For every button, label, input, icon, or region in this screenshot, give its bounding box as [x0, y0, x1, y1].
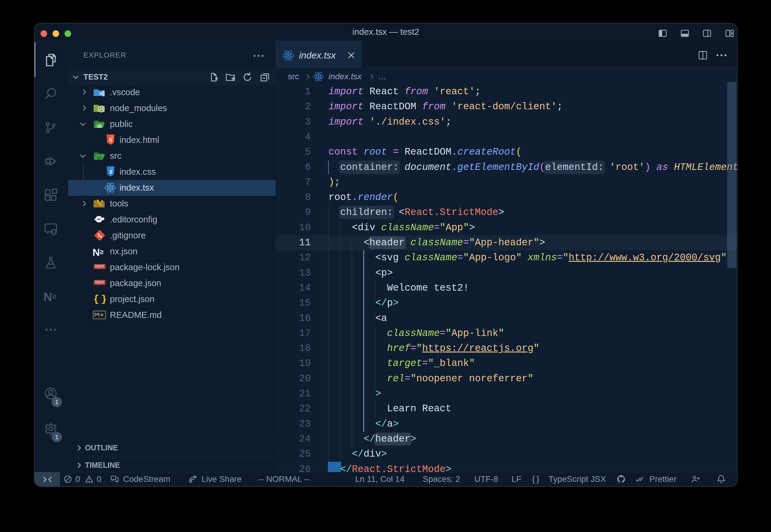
svg-text:5: 5 — [109, 137, 112, 143]
svg-text:3: 3 — [109, 169, 112, 175]
svg-text:JS: JS — [99, 107, 103, 111]
